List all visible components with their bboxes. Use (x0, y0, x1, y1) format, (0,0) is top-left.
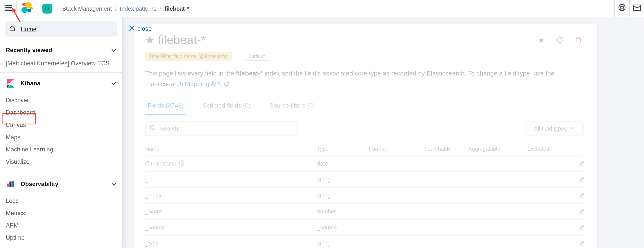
breadcrumb-separator: / (160, 5, 161, 12)
close-icon (129, 25, 134, 32)
chevron-down-icon[interactable] (111, 181, 116, 187)
badge-row: Time Filter field name: '@timestamp' Def… (145, 52, 584, 61)
observability-group-items: Logs Metrics APM Uptime (6, 195, 116, 244)
recently-viewed-title: Recently viewed (6, 47, 52, 53)
breadcrumb-current-page: filebeat-* (164, 5, 189, 12)
default-badge: Default (244, 52, 269, 61)
table-row: @timestamp date (145, 156, 584, 172)
column-header-format: Format (369, 146, 424, 152)
field-name: _type (145, 241, 159, 247)
recently-viewed-item[interactable]: [Metricbeat Kubernetes] Overview ECS (6, 60, 116, 68)
nav-group-kibana: Kibana Discover Dashboard Canvas Maps Ma… (0, 73, 122, 173)
edit-field-pencil-icon[interactable] (578, 176, 584, 183)
description-part-1: This page lists every field in the (145, 70, 236, 77)
home-label: Home (20, 26, 36, 32)
table-row: _id string (145, 172, 584, 188)
breadcrumb-separator: / (115, 5, 116, 12)
edit-field-pencil-icon[interactable] (578, 208, 584, 215)
field-type: _source (317, 225, 369, 231)
edit-field-pencil-icon[interactable] (578, 225, 584, 231)
refresh-icon[interactable] (556, 36, 564, 43)
panel-actions (538, 36, 582, 43)
sidebar-item-dashboard[interactable]: Dashboard (6, 106, 116, 119)
chevron-down-icon[interactable] (111, 81, 116, 86)
time-filter-badge: Time Filter field name: '@timestamp' (145, 52, 232, 61)
newsfeed-icon (632, 4, 641, 12)
close-button[interactable]: close (129, 25, 152, 32)
newsfeed-button[interactable] (630, 0, 644, 17)
breadcrumb-index-patterns[interactable]: Index patterns (120, 5, 156, 12)
field-name: _source (145, 225, 165, 231)
sidebar-item-apm[interactable]: APM (6, 219, 116, 232)
observability-group-header[interactable]: Observability (6, 179, 116, 189)
chevron-down-icon[interactable] (111, 47, 116, 53)
fields-table: Name Type Format Searchable Aggregatable… (145, 143, 584, 248)
space-selector[interactable]: D (38, 0, 57, 17)
column-header-name: Name (145, 146, 317, 152)
field-name: @timestamp (145, 160, 176, 167)
set-default-star-icon[interactable] (538, 37, 544, 43)
edit-field-pencil-icon[interactable] (578, 241, 584, 247)
column-header-searchable: Searchable (424, 146, 468, 152)
help-icon (618, 4, 626, 13)
nav-group-recently-viewed: Recently viewed [Metricbeat Kubernetes] … (0, 41, 122, 73)
sidebar-item-metrics[interactable]: Metrics (6, 207, 116, 219)
chevron-down-icon (570, 125, 575, 132)
delete-trash-icon[interactable] (576, 36, 582, 43)
field-type: number (317, 208, 369, 215)
sidebar-item-logs[interactable]: Logs (6, 195, 116, 207)
column-header-aggregatable: Aggregatable (468, 146, 527, 152)
sidebar-item-discover[interactable]: Discover (6, 94, 116, 106)
breadcrumb: Stack Management / Index patterns / file… (62, 5, 189, 12)
field-type-filter-select[interactable]: All field types (526, 121, 584, 136)
top-bar-divider (57, 0, 57, 17)
edit-field-pencil-icon[interactable] (578, 160, 584, 167)
column-header-type: Type (317, 146, 369, 152)
space-badge: D (42, 3, 52, 13)
field-name: _score (145, 208, 162, 215)
menu-toggle-button[interactable] (0, 0, 16, 17)
field-type: string (317, 241, 369, 247)
elastic-logo[interactable] (17, 0, 37, 17)
tab-bar: Fields (3743) Scripted fields (0) Source… (145, 102, 584, 115)
page-description: This page lists every field in the fileb… (145, 68, 569, 90)
table-header-row: Name Type Format Searchable Aggregatable… (145, 143, 584, 156)
sidebar-item-canvas[interactable]: Canvas (6, 119, 116, 131)
table-row: _source _source (145, 220, 584, 236)
page-title: filebeat-* (158, 33, 206, 47)
sidebar-item-uptime[interactable]: Uptime (6, 232, 116, 244)
search-input[interactable] (159, 125, 294, 132)
kibana-app: D Stack Management / Index patterns / fi… (0, 0, 644, 248)
observability-group-title: Observability (20, 181, 58, 187)
recently-viewed-header[interactable]: Recently viewed (6, 47, 116, 53)
kibana-group-header[interactable]: Kibana (6, 78, 116, 88)
main-content-area: close filebeat-* (122, 17, 644, 248)
index-pattern-panel: close filebeat-* (133, 24, 597, 248)
sidebar-item-visualize[interactable]: Visualize (6, 156, 116, 168)
column-header-excluded: Excluded (527, 146, 578, 152)
help-button[interactable] (615, 0, 629, 17)
time-field-clock-icon (179, 160, 185, 167)
nav-group-observability: Observability Logs Metrics APM Uptime (0, 173, 122, 248)
breadcrumb-stack-management[interactable]: Stack Management (62, 5, 112, 12)
tab-scripted-fields[interactable]: Scripted fields (0) (200, 102, 253, 115)
search-box[interactable] (145, 121, 298, 136)
elastic-logo-icon (21, 2, 33, 15)
field-type-filter-label: All field types (534, 125, 567, 132)
sidebar-item-maps[interactable]: Maps (6, 131, 116, 143)
sidebar-item-machine-learning[interactable]: Machine Learning (6, 143, 116, 156)
kibana-logo-icon (6, 78, 16, 88)
kibana-group-title: Kibana (20, 80, 40, 87)
title-row: filebeat-* (145, 33, 584, 47)
tab-fields[interactable]: Fields (3743) (145, 102, 186, 115)
tab-source-filters[interactable]: Source filters (0) (267, 102, 317, 115)
external-link-icon (222, 80, 230, 87)
field-name: _id (145, 176, 152, 183)
field-type: date (317, 160, 369, 167)
filter-row: All field types (145, 121, 584, 136)
hamburger-icon (4, 5, 12, 12)
sidebar-item-home[interactable]: Home (5, 21, 117, 37)
mapping-api-link[interactable]: Mapping API (185, 80, 221, 87)
table-row: _score number (145, 204, 584, 220)
edit-field-pencil-icon[interactable] (578, 192, 584, 199)
